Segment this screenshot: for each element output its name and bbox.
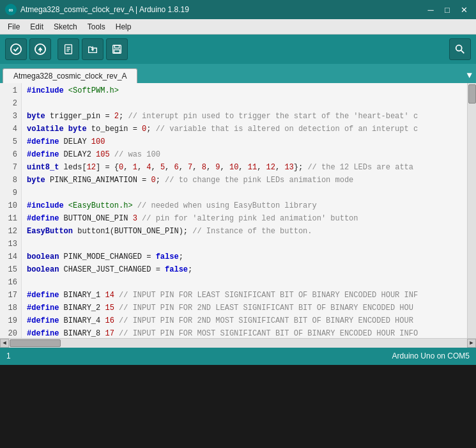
menu-edit[interactable]: Edit	[25, 21, 49, 33]
svg-rect-11	[114, 50, 120, 53]
line-numbers: 1 2 3 4 5 6 7 8 9 10 11 12 13 14 15 16 1…	[0, 83, 22, 338]
hscroll-left-button[interactable]: ◀	[0, 339, 9, 348]
scrollbar-thumb[interactable]	[468, 84, 476, 104]
arduino-logo-icon: ∞	[5, 4, 17, 15]
code-line-13	[27, 238, 462, 251]
svg-rect-10	[114, 45, 119, 49]
bottom-area	[0, 365, 476, 435]
code-line-4: volatile byte to_begin = 0; // variable …	[27, 123, 462, 135]
code-line-11: #define BUTTON_ONE_PIN 3 // pin for 'alt…	[27, 212, 462, 225]
code-line-3: byte trigger_pin = 2; // interupt pin us…	[27, 110, 462, 123]
code-area[interactable]: #include <SoftPWM.h> byte trigger_pin = …	[22, 83, 467, 338]
line-num: 16	[4, 276, 17, 289]
code-line-19: #define BINARY_4 16 // INPUT PIN FOR 2ND…	[27, 314, 462, 327]
line-num: 5	[4, 135, 17, 148]
menu-bar: File Edit Sketch Tools Help	[0, 19, 476, 35]
line-number-display: 1	[6, 351, 11, 360]
search-icon	[454, 43, 466, 55]
maximize-button[interactable]: □	[440, 4, 454, 15]
line-num: 2	[4, 97, 17, 110]
open-icon	[87, 43, 98, 55]
code-line-8: byte PINK_RING_ANIMATION = 0; // to chan…	[27, 174, 462, 187]
line-num: 9	[4, 187, 17, 199]
hscroll-thumb[interactable]	[10, 339, 61, 347]
title-bar: ∞ Atmega328_cosmic_clock_rev_A | Arduino…	[0, 0, 476, 19]
line-num: 6	[4, 148, 17, 161]
horizontal-scrollbar: ◀ ▶	[0, 338, 476, 347]
line-num: 10	[4, 199, 17, 212]
code-line-10: #include <EasyButton.h> // needed when u…	[27, 199, 462, 212]
line-num: 3	[4, 110, 17, 123]
code-line-9	[27, 187, 462, 199]
code-line-6: #define DELAY2 105 // was 100	[27, 148, 462, 161]
active-tab[interactable]: Atmega328_cosmic_clock_rev_A	[3, 68, 137, 83]
svg-line-13	[461, 50, 464, 54]
title-bar-controls: ─ □ ✕	[424, 4, 471, 15]
title-bar-left: ∞ Atmega328_cosmic_clock_rev_A | Arduino…	[5, 4, 189, 15]
save-button[interactable]	[106, 38, 128, 60]
line-num: 13	[4, 238, 17, 251]
svg-text:∞: ∞	[8, 6, 13, 13]
line-num: 15	[4, 263, 17, 276]
line-num: 1	[4, 84, 17, 97]
upload-icon	[35, 43, 46, 55]
hscroll-right-button[interactable]: ▶	[467, 339, 476, 348]
code-line-20: #define BINARY_8 17 // INPUT PIN FOR MOS…	[27, 327, 462, 338]
line-num: 11	[4, 212, 17, 225]
close-button[interactable]: ✕	[457, 4, 471, 15]
code-line-5: #define DELAY 100	[27, 135, 462, 148]
line-num: 19	[4, 314, 17, 327]
board-info: Arduino Uno on COM5	[392, 351, 470, 360]
search-button[interactable]	[449, 38, 471, 60]
tab-dropdown-arrow[interactable]: ▼	[467, 70, 472, 81]
editor-main: 1 2 3 4 5 6 7 8 9 10 11 12 13 14 15 16 1…	[0, 83, 476, 338]
svg-point-12	[456, 45, 462, 51]
svg-point-2	[11, 44, 21, 54]
menu-file[interactable]: File	[3, 21, 25, 33]
editor-area: 1 2 3 4 5 6 7 8 9 10 11 12 13 14 15 16 1…	[0, 83, 476, 347]
verify-icon	[10, 43, 22, 55]
status-bar: 1 Arduino Uno on COM5	[0, 347, 476, 365]
code-line-12: EasyButton button1(BUTTON_ONE_PIN); // I…	[27, 225, 462, 238]
minimize-button[interactable]: ─	[424, 4, 438, 15]
upload-button[interactable]	[29, 38, 51, 60]
code-line-7: uint8_t leds[12] = {0, 1, 4, 5, 6, 7, 8,…	[27, 161, 462, 174]
code-line-2	[27, 97, 462, 110]
title-bar-title: Atmega328_cosmic_clock_rev_A | Arduino 1…	[20, 5, 189, 14]
new-file-icon	[63, 43, 74, 55]
menu-tools[interactable]: Tools	[82, 21, 111, 33]
save-icon	[111, 43, 123, 55]
code-line-18: #define BINARY_2 15 // INPUT PIN FOR 2ND…	[27, 302, 462, 314]
code-line-16	[27, 276, 462, 289]
line-num: 14	[4, 251, 17, 263]
new-button[interactable]	[58, 38, 79, 60]
hscroll-track[interactable]	[9, 339, 467, 348]
vertical-scrollbar[interactable]	[467, 83, 476, 338]
menu-help[interactable]: Help	[111, 21, 137, 33]
line-num: 8	[4, 174, 17, 187]
verify-button[interactable]	[5, 38, 27, 60]
line-num: 20	[4, 327, 17, 338]
line-num: 7	[4, 161, 17, 174]
menu-sketch[interactable]: Sketch	[49, 21, 82, 33]
line-num: 12	[4, 225, 17, 238]
line-num: 4	[4, 123, 17, 135]
open-button[interactable]	[82, 38, 104, 60]
line-num: 17	[4, 289, 17, 302]
toolbar	[0, 35, 476, 64]
code-line-15: boolean CHASER_JUST_CHANGED = false;	[27, 263, 462, 276]
code-line-17: #define BINARY_1 14 // INPUT PIN FOR LEA…	[27, 289, 462, 302]
code-line-1: #include <SoftPWM.h>	[27, 84, 462, 97]
line-num: 18	[4, 302, 17, 314]
code-line-14: boolean PINK_MODE_CHANGED = false;	[27, 251, 462, 263]
tab-bar: Atmega328_cosmic_clock_rev_A ▼	[0, 64, 476, 83]
